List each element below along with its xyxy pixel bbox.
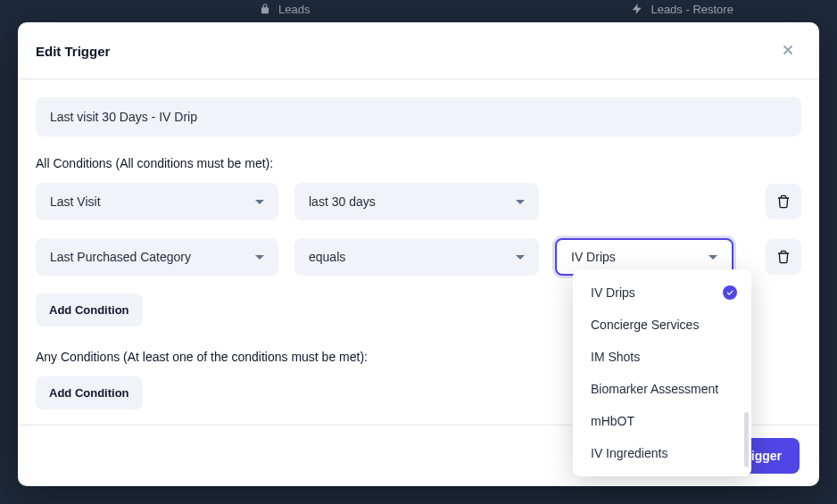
condition-row: Last Visit last 30 days [36, 183, 801, 220]
dropdown-option[interactable]: Biomarker Assessment [573, 373, 751, 405]
select-value: equals [309, 250, 345, 264]
chevron-down-icon [516, 255, 525, 260]
dropdown-option[interactable]: mHbOT [573, 405, 751, 437]
select-value: last 30 days [309, 194, 376, 209]
value-dropdown: IV Drips Concierge Services IM Shots Bio… [573, 269, 751, 476]
condition-field-select[interactable]: Last Purchased Category [36, 238, 278, 276]
close-icon [780, 42, 796, 58]
option-label: IM Shots [591, 350, 640, 364]
bg-tab-leads: Leads [250, 0, 319, 18]
bg-tab-leads-restore: Leads - Restore [622, 0, 742, 18]
option-label: IV Ingredients [591, 446, 667, 460]
modal-header: Edit Trigger [18, 22, 819, 79]
dropdown-option[interactable]: IM Shots [573, 341, 751, 373]
chevron-down-icon [255, 200, 264, 204]
chevron-down-icon [709, 255, 717, 260]
chevron-down-icon [516, 200, 525, 204]
chevron-down-icon [255, 255, 264, 260]
all-conditions-label: All Conditions (All conditions must be m… [36, 156, 801, 170]
scrollbar[interactable] [744, 412, 749, 467]
option-label: IV Drips [591, 285, 635, 300]
condition-operator-select[interactable]: last 30 days [294, 183, 539, 220]
bg-tab-label: Leads - Restore [651, 3, 733, 16]
background-tabs: Leads Leads - Restore [0, 0, 837, 18]
check-icon [723, 285, 737, 300]
modal-title: Edit Trigger [36, 44, 110, 59]
dropdown-option[interactable]: IV Drips [573, 277, 751, 309]
option-label: Concierge Services [591, 318, 699, 332]
delete-condition-button[interactable] [766, 239, 801, 275]
trash-icon [776, 250, 791, 264]
add-condition-button[interactable]: Add Condition [36, 293, 143, 326]
add-condition-button[interactable]: Add Condition [36, 376, 143, 409]
condition-operator-select[interactable]: equals [294, 238, 539, 276]
close-button[interactable] [776, 38, 800, 64]
dropdown-option[interactable]: IV Ingredients [573, 437, 751, 469]
bg-tab-label: Leads [278, 3, 310, 16]
trash-icon [776, 194, 791, 209]
select-value: Last Purchased Category [50, 250, 191, 264]
option-label: mHbOT [591, 414, 634, 428]
select-value: Last Visit [50, 194, 101, 209]
delete-condition-button[interactable] [766, 184, 801, 219]
bolt-icon [631, 3, 643, 15]
dropdown-option[interactable]: Concierge Services [573, 309, 751, 341]
option-label: Biomarker Assessment [591, 382, 718, 396]
select-value: IV Drips [571, 250, 616, 264]
lock-icon [259, 3, 271, 15]
trigger-name-input[interactable] [36, 97, 801, 136]
condition-field-select[interactable]: Last Visit [36, 183, 278, 220]
